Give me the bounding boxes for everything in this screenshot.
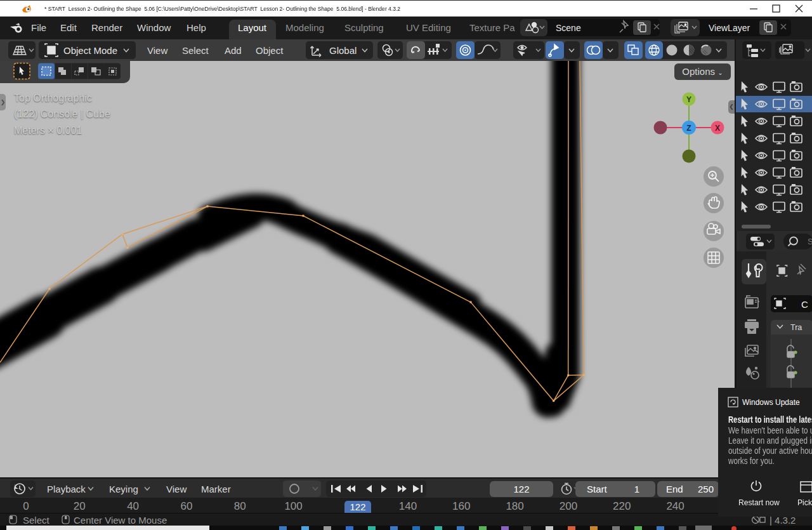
svg-text:ViewLayer: ViewLayer [709, 23, 750, 33]
svg-text:Object Mode: Object Mode [63, 45, 117, 56]
svg-text:S: S [808, 237, 812, 246]
svg-text:250: 250 [698, 484, 714, 494]
svg-text:Global: Global [329, 45, 357, 56]
svg-text:C: C [801, 299, 808, 310]
svg-text:Marker: Marker [201, 484, 231, 494]
svg-text:Z: Z [686, 124, 691, 133]
svg-text:1: 1 [634, 484, 639, 494]
svg-text:View: View [147, 45, 167, 56]
svg-text:Y: Y [686, 95, 691, 104]
svg-text:Start: Start [587, 484, 608, 494]
svg-text:122: 122 [513, 484, 529, 494]
svg-text:Playback: Playback [47, 484, 86, 494]
svg-text:View: View [166, 484, 187, 494]
svg-text:Object: Object [256, 45, 284, 56]
svg-text:Select: Select [182, 45, 209, 56]
svg-text:Add: Add [225, 45, 242, 56]
svg-text:Scene: Scene [556, 23, 581, 33]
svg-text:End: End [666, 484, 683, 494]
svg-text:Tra: Tra [790, 323, 802, 332]
svg-text:X: X [715, 124, 720, 133]
svg-text:Keying: Keying [109, 484, 138, 494]
